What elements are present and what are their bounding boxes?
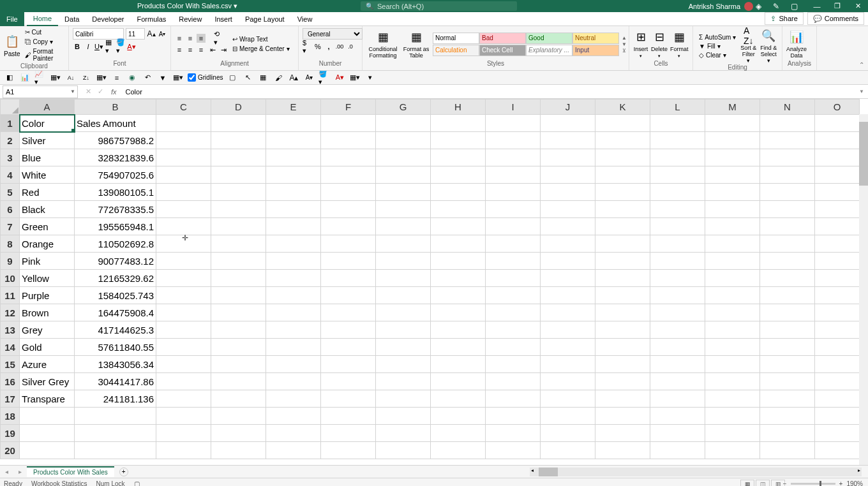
cell-A13[interactable]: Grey <box>20 321 75 339</box>
cell-E3[interactable] <box>266 149 321 166</box>
cell-O8[interactable] <box>815 235 860 253</box>
style-input[interactable]: Input <box>572 45 619 56</box>
vertical-scrollbar[interactable] <box>859 114 868 465</box>
cell-K20[interactable] <box>595 442 650 459</box>
maximize-button[interactable]: ❐ <box>827 0 848 12</box>
cell-M13[interactable] <box>705 321 760 339</box>
cell-E4[interactable] <box>266 166 321 184</box>
cell-D7[interactable] <box>211 218 266 235</box>
cell-E9[interactable] <box>266 253 321 270</box>
tab-review[interactable]: Review <box>172 12 208 26</box>
cell-D6[interactable] <box>211 201 266 218</box>
insert-button[interactable]: ⊞Insert▾ <box>633 28 648 60</box>
cell-O20[interactable] <box>815 442 860 459</box>
cell-J1[interactable] <box>541 115 595 132</box>
cell-F1[interactable] <box>321 115 376 132</box>
cell-C1[interactable] <box>156 115 211 132</box>
cell-F7[interactable] <box>321 218 376 235</box>
currency-icon[interactable]: $ ▾ <box>303 42 311 51</box>
cell-E17[interactable] <box>266 390 321 408</box>
cell-D13[interactable] <box>211 321 266 339</box>
cell-M8[interactable] <box>705 235 760 253</box>
cell-L9[interactable] <box>650 253 705 270</box>
cell-O13[interactable] <box>815 321 860 339</box>
analyze-data-button[interactable]: 📊AnalyzeData <box>786 28 807 60</box>
copy-button[interactable]: ⿻Copy ▾ <box>23 38 55 46</box>
cell-H10[interactable] <box>431 270 486 287</box>
cell-N12[interactable] <box>760 304 815 321</box>
cell-C15[interactable] <box>156 356 211 373</box>
cell-F9[interactable] <box>321 253 376 270</box>
cell-J16[interactable] <box>541 373 595 390</box>
cell-C17[interactable] <box>156 390 211 408</box>
cell-I15[interactable] <box>486 356 541 373</box>
cell-F4[interactable] <box>321 166 376 184</box>
cell-L20[interactable] <box>650 442 705 459</box>
pen-icon[interactable]: ✎ <box>773 2 779 11</box>
cell-L18[interactable] <box>650 408 705 425</box>
cell-F13[interactable] <box>321 321 376 339</box>
cell-F3[interactable] <box>321 149 376 166</box>
minimize-button[interactable]: — <box>807 0 827 12</box>
cell-C6[interactable] <box>156 201 211 218</box>
cell-I13[interactable] <box>486 321 541 339</box>
diamond-icon[interactable]: ◈ <box>756 2 761 11</box>
cell-F10[interactable] <box>321 270 376 287</box>
cell-F17[interactable] <box>321 390 376 408</box>
cell-B15[interactable]: 13843056.34 <box>75 356 156 373</box>
qat-decrease-font-icon[interactable]: A▾ <box>303 72 315 84</box>
name-box[interactable]: A1▼ <box>3 85 78 98</box>
view-normal-button[interactable]: ▦ <box>740 480 754 487</box>
cell-C14[interactable] <box>156 339 211 356</box>
cell-A6[interactable]: Black <box>20 201 75 218</box>
cell-I6[interactable] <box>486 201 541 218</box>
sheet-nav-next-icon[interactable]: ▸ <box>13 468 27 475</box>
cell-H2[interactable] <box>431 132 486 149</box>
cell-I17[interactable] <box>486 390 541 408</box>
cell-L4[interactable] <box>650 166 705 184</box>
cell-E2[interactable] <box>266 132 321 149</box>
cell-C11[interactable] <box>156 287 211 304</box>
cell-E16[interactable] <box>266 373 321 390</box>
cell-E14[interactable] <box>266 339 321 356</box>
cell-L15[interactable] <box>650 356 705 373</box>
cell-N11[interactable] <box>760 287 815 304</box>
cell-D18[interactable] <box>211 408 266 425</box>
row-header-10[interactable]: 10 <box>1 270 20 287</box>
cell-B19[interactable] <box>75 425 156 442</box>
percent-icon[interactable]: % <box>313 42 322 51</box>
cell-K18[interactable] <box>595 408 650 425</box>
decrease-indent-icon[interactable]: ⇤ <box>208 45 217 54</box>
cell-A17[interactable]: Transpare <box>20 390 75 408</box>
cut-button[interactable]: ✂Cut <box>23 28 44 36</box>
filename[interactable]: Products Color With Sales.csv ▾ <box>137 2 237 10</box>
cell-H9[interactable] <box>431 253 486 270</box>
cell-G19[interactable] <box>376 425 431 442</box>
cell-E13[interactable] <box>266 321 321 339</box>
cell-H18[interactable] <box>431 408 486 425</box>
cell-L2[interactable] <box>650 132 705 149</box>
cell-M5[interactable] <box>705 184 760 201</box>
cell-F11[interactable] <box>321 287 376 304</box>
col-header-J[interactable]: J <box>541 99 595 115</box>
cell-I11[interactable] <box>486 287 541 304</box>
cell-H8[interactable] <box>431 235 486 253</box>
row-header-1[interactable]: 1 <box>1 115 20 132</box>
expand-formula-icon[interactable]: ▼ <box>859 89 868 94</box>
cell-L19[interactable] <box>650 425 705 442</box>
col-header-M[interactable]: M <box>705 99 760 115</box>
cell-E11[interactable] <box>266 287 321 304</box>
style-check-cell[interactable]: Check Cell <box>479 45 526 56</box>
font-color-icon[interactable]: A ▾ <box>127 42 136 51</box>
cell-H1[interactable] <box>431 115 486 132</box>
cell-J2[interactable] <box>541 132 595 149</box>
cell-K11[interactable] <box>595 287 650 304</box>
cell-N10[interactable] <box>760 270 815 287</box>
cell-E6[interactable] <box>266 201 321 218</box>
cell-I3[interactable] <box>486 149 541 166</box>
format-table-button[interactable]: Format as Table <box>402 46 430 59</box>
row-header-18[interactable]: 18 <box>1 408 20 425</box>
horizontal-scrollbar[interactable]: ◂ ▸ <box>530 468 862 476</box>
cell-C13[interactable] <box>156 321 211 339</box>
close-button[interactable]: ✕ <box>848 0 868 12</box>
